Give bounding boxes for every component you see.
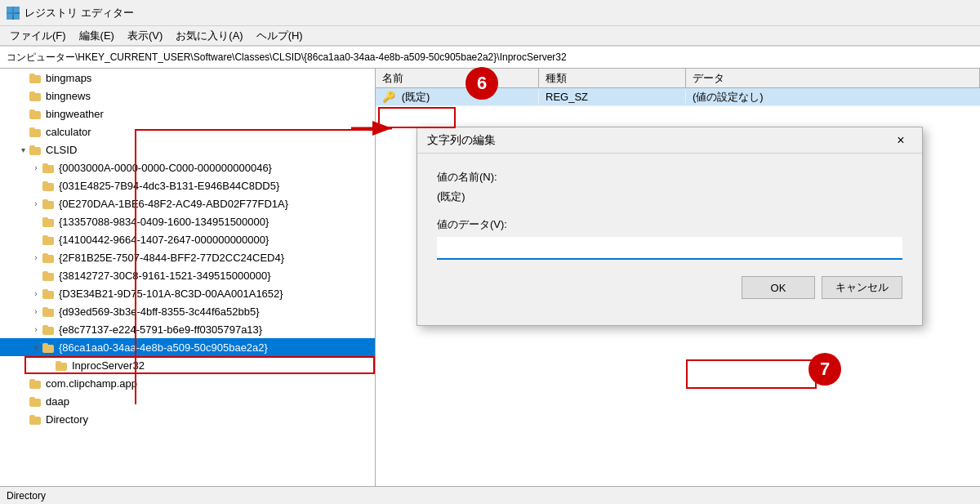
dialog-title-bar: 文字列の編集 × — [417, 127, 922, 154]
folder-icon — [42, 180, 56, 191]
expand-arrow — [29, 269, 42, 282]
expand-arrow — [16, 377, 29, 390]
folder-icon — [29, 126, 42, 137]
expand-arrow — [16, 413, 29, 426]
tree-item-label: {e8c77137-e224-5791-b6e9-ff0305797a13} — [59, 323, 262, 336]
tree-item-directory[interactable]: Directory — [0, 410, 375, 428]
tree-item-guid7[interactable]: {38142727-30C8-9161-1521-349515000000} — [0, 266, 375, 284]
folder-icon — [29, 144, 42, 155]
dialog-title: 文字列の編集 — [427, 133, 496, 148]
menu-file[interactable]: ファイル(F) — [3, 27, 73, 45]
expand-arrow-right: › — [29, 251, 42, 264]
col-header-type[interactable]: 種類 — [539, 69, 686, 87]
tree-item-guid8[interactable]: › {D3E34B21-9D75-101A-8C3D-00AA001A1652} — [0, 284, 375, 302]
tree-item-guid2[interactable]: {031E4825-7B94-4dc3-B131-E946B44C8DD5} — [0, 176, 375, 194]
field-data-label: 値のデータ(V): — [437, 217, 902, 232]
expand-arrow-down: ▾ — [16, 143, 29, 156]
field-name-value: (既定) — [437, 190, 902, 204]
folder-icon — [42, 198, 56, 209]
status-bar: Directory — [0, 486, 980, 504]
address-bar: コンピューター\HKEY_CURRENT_USER\Software\Class… — [0, 46, 980, 69]
tree-item-guid3[interactable]: › {0E270DAA-1BE6-48F2-AC49-ABD02F77FD1A} — [0, 194, 375, 212]
edit-string-dialog[interactable]: 文字列の編集 × 値の名前(N): (既定) 値のデータ(V): OK キャンセ… — [416, 127, 923, 326]
expand-arrow-right: › — [29, 161, 42, 174]
annotation-circle-6: 6 — [466, 67, 498, 100]
tree-item-label: calculator — [46, 126, 91, 138]
tree-item-label: daap — [46, 395, 69, 408]
svg-rect-1 — [14, 7, 20, 12]
tree-item-bingnews[interactable]: bingnews — [0, 87, 375, 105]
expand-arrow — [16, 395, 29, 408]
expand-arrow — [16, 71, 29, 84]
cancel-button[interactable]: キャンセル — [822, 276, 902, 299]
folder-icon — [42, 341, 56, 353]
tree-item-label: bingmaps — [46, 72, 91, 84]
tree-item-label: {14100442-9664-1407-2647-000000000000} — [59, 234, 269, 246]
tree-item-inprocserver32[interactable]: InprocServer32 — [0, 356, 375, 374]
ok-button[interactable]: OK — [742, 276, 815, 299]
tree-item-label: {D3E34B21-9D75-101A-8C3D-00AA001A1652} — [59, 288, 283, 300]
detail-cell-type: REG_SZ — [539, 91, 686, 103]
app-icon — [7, 7, 20, 20]
folder-icon — [29, 377, 42, 389]
tree-item-label: {13357088-9834-0409-1600-134951500000} — [59, 216, 269, 228]
expand-arrow-right: › — [29, 305, 42, 318]
col-header-data[interactable]: データ — [686, 69, 980, 87]
tree-item-guid5[interactable]: {14100442-9664-1407-2647-000000000000} — [0, 230, 375, 248]
folder-icon — [42, 306, 56, 317]
annotation-circle-7: 7 — [808, 353, 841, 386]
folder-icon — [29, 395, 42, 407]
tree-item-label: CLSID — [46, 144, 77, 156]
folder-icon — [42, 323, 56, 335]
expand-arrow — [16, 107, 29, 120]
tree-item-comclipchamp[interactable]: com.clipchamp.app — [0, 374, 375, 392]
menu-bar: ファイル(F) 編集(E) 表示(V) お気に入り(A) ヘルプ(H) — [0, 26, 980, 46]
tree-item-label: com.clipchamp.app — [46, 377, 137, 390]
detail-row[interactable]: 🔑 (既定) REG_SZ (値の設定なし) — [376, 88, 980, 106]
col-header-name[interactable]: 名前 — [376, 69, 539, 87]
folder-icon — [29, 90, 42, 101]
folder-icon — [42, 216, 56, 227]
tree-item-label: InprocServer32 — [72, 359, 145, 372]
tree-item-guid9[interactable]: › {d93ed569-3b3e-4bff-8355-3c44f6a52bb5} — [0, 302, 375, 320]
tree-item-guid11[interactable]: ▾ {86ca1aa0-34aa-4e8b-a509-50c905bae2a2} — [0, 338, 375, 356]
tree-item-label: {d93ed569-3b3e-4bff-8355-3c44f6a52bb5} — [59, 306, 260, 318]
dialog-close-button[interactable]: × — [889, 132, 912, 149]
detail-cell-name: 🔑 (既定) — [376, 90, 539, 105]
status-text: Directory — [7, 490, 46, 502]
tree-item-bingweather[interactable]: bingweather — [0, 105, 375, 123]
expand-arrow-right: › — [29, 323, 42, 336]
expand-arrow — [29, 179, 42, 192]
folder-icon — [42, 162, 56, 173]
tree-item-daap[interactable]: daap — [0, 392, 375, 410]
tree-item-bingmaps[interactable]: bingmaps — [0, 69, 375, 87]
svg-rect-0 — [7, 7, 12, 12]
expand-arrow — [16, 89, 29, 102]
menu-view[interactable]: 表示(V) — [121, 27, 169, 45]
tree-item-guid4[interactable]: {13357088-9834-0409-1600-134951500000} — [0, 212, 375, 230]
menu-favorites[interactable]: お気に入り(A) — [169, 27, 249, 45]
expand-arrow — [16, 125, 29, 138]
field-data-input[interactable] — [437, 237, 902, 260]
tree-item-guid1[interactable]: › {0003000A-0000-0000-C000-000000000046} — [0, 158, 375, 176]
tree-item-label: bingnews — [46, 90, 91, 102]
dialog-body: 値の名前(N): (既定) 値のデータ(V): OK キャンセル — [417, 154, 922, 325]
menu-edit[interactable]: 編集(E) — [73, 27, 121, 45]
expand-arrow — [42, 359, 56, 372]
tree-item-label: Directory — [46, 413, 88, 426]
tree-item-calculator[interactable]: calculator — [0, 123, 375, 140]
menu-help[interactable]: ヘルプ(H) — [250, 27, 310, 45]
folder-icon — [29, 108, 42, 119]
tree-item-guid6[interactable]: › {2F81B25E-7507-4844-BFF2-77D2CC24CED4} — [0, 248, 375, 266]
folder-icon — [29, 72, 42, 83]
tree-item-label: {2F81B25E-7507-4844-BFF2-77D2CC24CED4} — [59, 252, 284, 264]
tree-item-label: {0003000A-0000-0000-C000-000000000046} — [59, 162, 272, 174]
dialog-buttons: OK キャンセル — [437, 276, 902, 309]
folder-icon — [29, 413, 42, 425]
folder-icon — [56, 359, 69, 371]
address-path: コンピューター\HKEY_CURRENT_USER\Software\Class… — [7, 51, 567, 65]
tree-pane: bingmaps bingnews bingweather calculator… — [0, 69, 376, 504]
tree-item-guid10[interactable]: › {e8c77137-e224-5791-b6e9-ff0305797a13} — [0, 320, 375, 338]
title-bar: レジストリ エディター — [0, 0, 980, 26]
tree-item-clsid[interactable]: ▾ CLSID — [0, 140, 375, 158]
